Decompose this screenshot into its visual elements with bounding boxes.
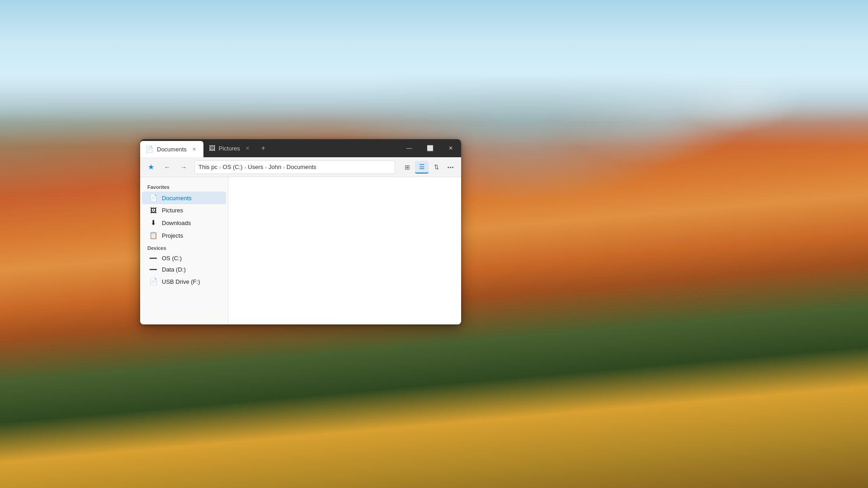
favorites-section: Favorites 📄 Documents 🖼 Pictures ⬇ Downl… — [140, 181, 228, 242]
more-options-button[interactable]: ••• — [444, 161, 458, 174]
downloads-icon: ⬇ — [149, 219, 157, 227]
grid-view-button[interactable]: ⊞ — [401, 161, 414, 174]
breadcrumb-sep-1: › — [219, 164, 221, 170]
breadcrumb-john[interactable]: John — [269, 164, 281, 170]
sidebar-item-projects[interactable]: 📋 Projects — [142, 229, 226, 242]
forward-icon: → — [180, 164, 187, 171]
sidebar-item-osc[interactable]: ━━ OS (C:) — [142, 253, 226, 264]
breadcrumb-users[interactable]: Users — [248, 164, 263, 170]
drive-d-icon: ━━ — [149, 266, 157, 273]
sidebar-item-pictures[interactable]: 🖼 Pictures — [142, 204, 226, 216]
devices-section: Devices ━━ OS (C:) ━━ Data (D:) 📄 USB Dr… — [140, 242, 228, 288]
documents-tab-close[interactable]: ✕ — [190, 145, 198, 153]
window-controls: — ⬜ ✕ — [399, 139, 461, 157]
grid-icon: ⊞ — [405, 164, 410, 171]
pictures-tab-icon: 🖼 — [209, 145, 215, 152]
sidebar-item-datad[interactable]: ━━ Data (D:) — [142, 264, 226, 275]
tab-documents[interactable]: 📄 Documents ✕ — [140, 141, 203, 157]
sidebar-osc-label: OS (C:) — [162, 255, 182, 262]
back-icon: ← — [164, 164, 170, 171]
sidebar-item-documents[interactable]: 📄 Documents — [142, 192, 226, 204]
pictures-tab-label: Pictures — [219, 145, 240, 152]
documents-tab-icon: 📄 — [146, 145, 153, 153]
title-bar: 📄 Documents ✕ 🖼 Pictures ✕ + — ⬜ ✕ — [140, 139, 461, 157]
drive-c-icon: ━━ — [149, 255, 157, 262]
toolbar: ★ ← → This pc › OS (C:) › Users › John ›… — [140, 157, 461, 177]
documents-tab-label: Documents — [157, 146, 187, 153]
close-button[interactable]: ✕ — [440, 139, 461, 157]
address-bar[interactable]: This pc › OS (C:) › Users › John › Docum… — [194, 160, 395, 174]
list-icon: ☰ — [419, 163, 425, 170]
sidebar-documents-label: Documents — [162, 195, 192, 202]
documents-icon: 📄 — [149, 194, 157, 202]
sidebar: Favorites 📄 Documents 🖼 Pictures ⬇ Downl… — [140, 177, 228, 324]
sort-button[interactable]: ⇅ — [429, 161, 443, 174]
devices-header: Devices — [140, 242, 228, 253]
projects-icon: 📋 — [149, 231, 157, 239]
home-button[interactable]: ★ — [144, 160, 158, 174]
breadcrumb-sep-2: › — [245, 164, 246, 170]
sidebar-datad-label: Data (D:) — [162, 266, 186, 273]
explorer-window: 📄 Documents ✕ 🖼 Pictures ✕ + — ⬜ ✕ — [140, 139, 461, 324]
breadcrumb-thispc[interactable]: This pc — [198, 164, 217, 170]
minimize-button[interactable]: — — [399, 139, 420, 157]
more-icon: ••• — [448, 164, 454, 170]
sidebar-projects-label: Projects — [162, 232, 183, 239]
sidebar-pictures-label: Pictures — [162, 207, 183, 214]
sidebar-item-downloads[interactable]: ⬇ Downloads — [142, 216, 226, 229]
main-content: Favorites 📄 Documents 🖼 Pictures ⬇ Downl… — [140, 177, 461, 324]
view-controls: ⊞ ☰ ⇅ ••• — [401, 161, 458, 174]
breadcrumb-sep-3: › — [265, 164, 267, 170]
back-button[interactable]: ← — [160, 160, 175, 174]
pictures-icon: 🖼 — [149, 206, 157, 214]
forward-button[interactable]: → — [176, 160, 191, 174]
tab-pictures[interactable]: 🖼 Pictures ✕ — [203, 139, 257, 157]
breadcrumb-osc[interactable]: OS (C:) — [223, 164, 243, 170]
sidebar-downloads-label: Downloads — [162, 220, 191, 226]
breadcrumb-documents[interactable]: Documents — [287, 164, 316, 170]
file-area[interactable] — [228, 177, 461, 324]
favorites-header: Favorites — [140, 181, 228, 192]
add-tab-button[interactable]: + — [257, 139, 270, 157]
list-view-button[interactable]: ☰ — [415, 161, 429, 174]
home-icon: ★ — [148, 163, 154, 171]
sidebar-usbf-label: USB Drive (F:) — [162, 278, 200, 285]
breadcrumb-sep-4: › — [283, 164, 285, 170]
usb-drive-icon: 📄 — [149, 277, 157, 286]
sort-icon: ⇅ — [434, 164, 439, 170]
pictures-tab-close[interactable]: ✕ — [244, 145, 251, 152]
maximize-button[interactable]: ⬜ — [420, 139, 440, 157]
sidebar-item-usbf[interactable]: 📄 USB Drive (F:) — [142, 275, 226, 288]
